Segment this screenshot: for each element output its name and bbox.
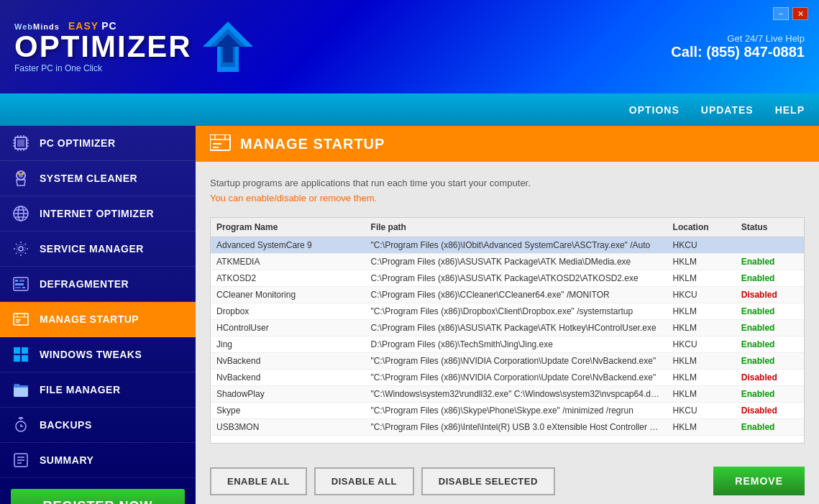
svg-rect-33 bbox=[22, 287, 25, 288]
cell-program-name: CCleaner Monitoring bbox=[211, 286, 365, 303]
table-row[interactable]: JingD:\Program Files (x86)\TechSmith\Jin… bbox=[211, 336, 804, 352]
cell-program-name: ATKMEDIA bbox=[211, 253, 365, 270]
globe-icon bbox=[11, 203, 31, 224]
startup-programs-table: Program Name File path Location Status A… bbox=[211, 218, 804, 436]
table-row[interactable]: NvBackend"C:\Program Files (x86)\NVIDIA … bbox=[211, 369, 804, 385]
cell-status: Enabled bbox=[736, 319, 804, 336]
col-location: Location bbox=[667, 218, 736, 237]
description: Startup programs are applications that r… bbox=[210, 176, 805, 206]
folder-icon bbox=[11, 380, 31, 400]
cell-file-path: "C:\Windows\system32\rundll32.exe" C:\Wi… bbox=[365, 385, 667, 402]
sidebar-item-windows-tweaks[interactable]: WINDOWS TWEAKS bbox=[0, 337, 196, 372]
table-row[interactable]: ATKMEDIAC:\Program Files (x86)\ASUS\ATK … bbox=[211, 253, 804, 270]
table-header-row: Program Name File path Location Status bbox=[211, 218, 804, 237]
table-row[interactable]: Advanced SystemCare 9"C:\Program Files (… bbox=[211, 237, 804, 253]
cell-location: HKLM bbox=[667, 319, 736, 336]
defrag-icon bbox=[11, 274, 31, 294]
sidebar-item-system-cleaner[interactable]: SYSTEM CLEANER bbox=[0, 161, 196, 196]
cell-status: Enabled bbox=[736, 253, 804, 270]
register-button[interactable]: REGISTER NOW bbox=[11, 489, 185, 504]
cell-location: HKCU bbox=[667, 237, 736, 253]
table-row[interactable]: Dropbox"C:\Program Files (x86)\Dropbox\C… bbox=[211, 303, 804, 319]
content-title: MANAGE STARTUP bbox=[240, 136, 385, 152]
cell-file-path: "C:\Program Files (x86)\Skype\Phone\Skyp… bbox=[365, 402, 667, 418]
sidebar-label-windows-tweaks: WINDOWS TWEAKS bbox=[40, 349, 142, 360]
svg-rect-41 bbox=[22, 347, 28, 354]
startup-table: Program Name File path Location Status A… bbox=[210, 217, 805, 444]
main-layout: PC OPTIMIZER SYSTEM CLEANER bbox=[0, 126, 819, 504]
close-button[interactable]: ✕ bbox=[792, 7, 808, 20]
cell-location: HKLM bbox=[667, 253, 736, 270]
cell-file-path: "C:\Program Files (x86)\Dropbox\Client\D… bbox=[365, 303, 667, 319]
gear-icon bbox=[11, 239, 31, 259]
sidebar-item-backups[interactable]: BACKUPS bbox=[0, 408, 196, 443]
minimize-button[interactable]: − bbox=[773, 7, 789, 20]
cell-location: HKLM bbox=[667, 418, 736, 435]
svg-point-27 bbox=[17, 244, 25, 253]
live-help-text: Get 24/7 Live Help bbox=[671, 33, 805, 44]
table-row[interactable]: Skype"C:\Program Files (x86)\Skype\Phone… bbox=[211, 402, 804, 418]
svg-rect-29 bbox=[15, 280, 18, 282]
cell-program-name: Jing bbox=[211, 336, 365, 352]
cell-file-path: C:\Program Files (x86)\ASUS\ATK Package\… bbox=[365, 270, 667, 286]
cell-location: HKCU bbox=[667, 286, 736, 303]
cell-location: HKCU bbox=[667, 336, 736, 352]
svg-point-26 bbox=[19, 247, 23, 251]
phone-number: Call: (855) 847-0881 bbox=[671, 44, 805, 60]
table-row[interactable]: USB3MON"C:\Program Files (x86)\Intel\Int… bbox=[211, 418, 804, 435]
cell-program-name: NvBackend bbox=[211, 352, 365, 369]
cell-status: Disabled bbox=[736, 369, 804, 385]
table-row[interactable]: NvBackend"C:\Program Files (x86)\NVIDIA … bbox=[211, 352, 804, 369]
tagline: Faster PC in One Click bbox=[14, 63, 192, 73]
col-program-name: Program Name bbox=[211, 218, 365, 237]
content-body: Startup programs are applications that r… bbox=[196, 162, 819, 458]
content-area: MANAGE STARTUP Startup programs are appl… bbox=[196, 126, 819, 504]
cell-location: HKLM bbox=[667, 369, 736, 385]
cell-status: Enabled bbox=[736, 270, 804, 286]
disable-all-button[interactable]: DISABLE ALL bbox=[314, 467, 414, 495]
cell-status: Enabled bbox=[736, 352, 804, 369]
sidebar-item-internet-optimizer[interactable]: INTERNET OPTIMIZER bbox=[0, 196, 196, 232]
startup-icon bbox=[11, 309, 31, 329]
cell-program-name: HControlUser bbox=[211, 319, 365, 336]
cell-file-path: D:\Program Files (x86)\TechSmith\Jing\Ji… bbox=[365, 336, 667, 352]
remove-button[interactable]: REMOVE bbox=[713, 467, 805, 495]
summary-icon bbox=[11, 450, 31, 470]
sidebar-label-manage-startup: MANAGE STARTUP bbox=[40, 313, 139, 325]
sidebar-bottom: REGISTER NOW STATUS : UNREGISTERED bbox=[0, 478, 196, 504]
enable-all-button[interactable]: ENABLE ALL bbox=[210, 467, 307, 495]
app-header: − ✕ WebMinds EASY PC OPTIMIZER Faster PC… bbox=[0, 0, 819, 93]
cell-file-path: "C:\Program Files (x86)\Intel\Intel(R) U… bbox=[365, 418, 667, 435]
cell-location: HKLM bbox=[667, 352, 736, 369]
nav-updates[interactable]: UPDATES bbox=[701, 104, 754, 116]
sidebar-item-service-manager[interactable]: SERVICE MANAGER bbox=[0, 232, 196, 267]
logo-icon bbox=[199, 18, 257, 75]
sidebar-item-summary[interactable]: SUMMARY bbox=[0, 443, 196, 478]
nav-help[interactable]: HELP bbox=[775, 104, 805, 116]
table-row[interactable]: ShadowPlay"C:\Windows\system32\rundll32.… bbox=[211, 385, 804, 402]
svg-rect-40 bbox=[14, 347, 20, 354]
sidebar-item-manage-startup[interactable]: MANAGE STARTUP bbox=[0, 302, 196, 337]
table-row[interactable]: HControlUserC:\Program Files (x86)\ASUS\… bbox=[211, 319, 804, 336]
cell-status: Enabled bbox=[736, 303, 804, 319]
cell-status: Enabled bbox=[736, 418, 804, 435]
disable-selected-button[interactable]: DISABLE SELECTED bbox=[421, 467, 555, 495]
nav-options[interactable]: OPTIONS bbox=[629, 104, 680, 116]
cell-status: Enabled bbox=[736, 336, 804, 352]
sidebar-item-defragmenter[interactable]: DEFRAGMENTER bbox=[0, 267, 196, 302]
svg-rect-30 bbox=[19, 280, 24, 282]
sidebar-label-file-manager: FILE MANAGER bbox=[40, 384, 121, 395]
table-row[interactable]: CCleaner MonitoringC:\Program Files (x86… bbox=[211, 286, 804, 303]
sidebar-item-file-manager[interactable]: FILE MANAGER bbox=[0, 372, 196, 408]
sidebar-item-pc-optimizer[interactable]: PC OPTIMIZER bbox=[0, 126, 196, 161]
sidebar-label-summary: SUMMARY bbox=[40, 454, 93, 466]
cell-program-name: ATKOSD2 bbox=[211, 270, 365, 286]
table-row[interactable]: ATKOSD2C:\Program Files (x86)\ASUS\ATK P… bbox=[211, 270, 804, 286]
nav-bar: OPTIONS UPDATES HELP bbox=[0, 93, 819, 126]
cell-program-name: NvBackend bbox=[211, 369, 365, 385]
logo-area: WebMinds EASY PC OPTIMIZER Faster PC in … bbox=[14, 20, 192, 73]
col-file-path: File path bbox=[365, 218, 667, 237]
description-line1: Startup programs are applications that r… bbox=[210, 176, 805, 191]
cell-file-path: C:\Program Files (x86)\ASUS\ATK Package\… bbox=[365, 319, 667, 336]
window-controls: − ✕ bbox=[773, 7, 808, 20]
